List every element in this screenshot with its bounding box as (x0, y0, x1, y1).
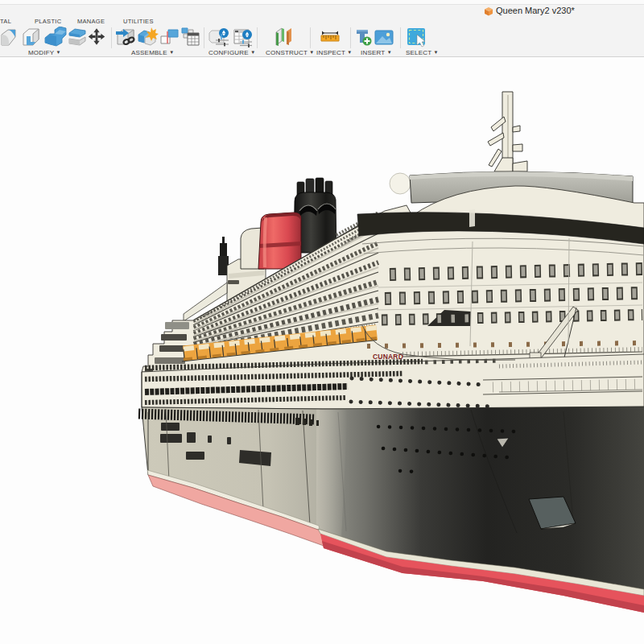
svg-text:CUNARD: CUNARD (373, 353, 403, 361)
